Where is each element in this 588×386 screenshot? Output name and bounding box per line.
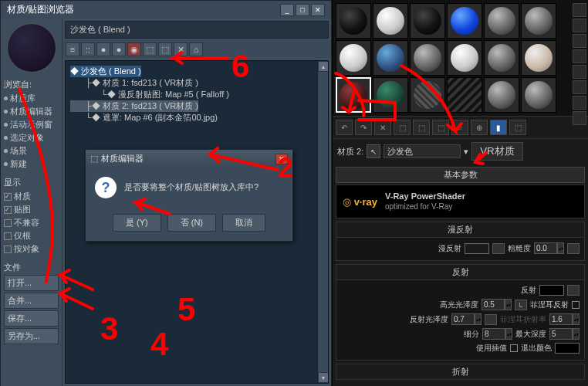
toolbar-btn[interactable]: ⌂ bbox=[189, 42, 203, 56]
editor-tool-btn[interactable]: ⬚ bbox=[394, 120, 411, 135]
material-name-input[interactable] bbox=[384, 144, 461, 158]
editor-tool-btn[interactable]: ↷ bbox=[355, 120, 372, 135]
browser-title-bar[interactable]: 材质/贴图浏览器 _ □ ✕ bbox=[1, 1, 331, 19]
material-swatch[interactable] bbox=[521, 3, 556, 39]
subdiv-input[interactable] bbox=[482, 328, 505, 340]
toolbar-btn[interactable]: ≡ bbox=[66, 42, 79, 56]
material-swatch[interactable] bbox=[410, 40, 445, 76]
map-slot-button[interactable] bbox=[485, 314, 497, 325]
browse-option[interactable]: 场景 bbox=[4, 144, 59, 157]
side-tool-btn[interactable] bbox=[573, 34, 586, 48]
max-depth-input[interactable] bbox=[549, 328, 573, 340]
cancel-button[interactable]: 取消 bbox=[222, 214, 265, 232]
material-preview-sphere bbox=[7, 23, 56, 73]
display-option[interactable]: 按对象 bbox=[4, 242, 59, 256]
scroll-up-button[interactable]: ▴ bbox=[318, 61, 329, 72]
side-tool-btn[interactable] bbox=[573, 19, 586, 32]
diffuse-color-swatch[interactable] bbox=[465, 243, 489, 254]
side-tool-btn[interactable] bbox=[573, 80, 586, 94]
side-tool-btn[interactable] bbox=[573, 65, 586, 79]
roughness-input[interactable] bbox=[534, 242, 557, 254]
display-option[interactable]: 材质 bbox=[4, 190, 59, 203]
yes-button[interactable]: 是 (Y) bbox=[113, 214, 161, 232]
tree-item[interactable]: ├◆ 材质 1: fsd213 ( VR材质 ) bbox=[70, 77, 323, 89]
editor-tool-btn[interactable]: ▮ bbox=[490, 120, 507, 135]
side-tool-btn[interactable] bbox=[573, 49, 586, 63]
rollout-basic-params[interactable]: 基本参数 bbox=[336, 167, 585, 183]
editor-tool-btn[interactable]: ⬚ bbox=[413, 120, 430, 135]
save-as-button[interactable]: 另存为... bbox=[4, 328, 59, 344]
hilight-gloss-input[interactable] bbox=[482, 299, 505, 310]
editor-tool-btn[interactable]: ○ bbox=[451, 120, 468, 135]
map-slot-button[interactable] bbox=[492, 243, 505, 254]
display-option[interactable]: 不兼容 bbox=[4, 216, 59, 229]
browse-option[interactable]: 活动示例窗 bbox=[4, 118, 59, 131]
eyedropper-icon[interactable]: ↖ bbox=[367, 144, 380, 158]
reflect-gloss-input[interactable] bbox=[451, 313, 475, 325]
material-swatch[interactable] bbox=[336, 3, 371, 39]
toolbar-btn[interactable]: ● bbox=[96, 42, 110, 56]
open-button[interactable]: 打开... bbox=[4, 275, 59, 291]
material-swatch[interactable] bbox=[373, 40, 408, 76]
material-swatch[interactable] bbox=[484, 3, 519, 39]
merge-button[interactable]: 合并... bbox=[4, 293, 59, 309]
editor-tool-btn[interactable]: ✕ bbox=[374, 120, 391, 135]
minimize-button[interactable]: _ bbox=[280, 4, 294, 16]
browse-option[interactable]: 新建 bbox=[4, 157, 59, 171]
browse-option[interactable]: 选定对象 bbox=[4, 131, 59, 144]
map-slot-button[interactable] bbox=[567, 243, 580, 254]
exit-color-swatch[interactable] bbox=[555, 343, 580, 354]
material-swatch[interactable] bbox=[336, 40, 371, 76]
reflect-color-swatch[interactable] bbox=[539, 285, 564, 296]
browse-option[interactable]: 材质库 bbox=[4, 92, 59, 105]
material-swatch[interactable] bbox=[410, 3, 445, 39]
maximize-button[interactable]: □ bbox=[296, 4, 309, 16]
fresnel-checkbox[interactable] bbox=[572, 301, 580, 309]
side-tool-btn[interactable] bbox=[573, 3, 586, 17]
display-option[interactable]: 贴图 bbox=[4, 203, 59, 216]
side-tool-btn[interactable] bbox=[573, 111, 586, 125]
browse-option[interactable]: 材质编辑器 bbox=[4, 105, 59, 118]
save-button[interactable]: 保存... bbox=[4, 310, 59, 327]
material-swatch[interactable] bbox=[521, 77, 556, 113]
material-swatch[interactable] bbox=[373, 3, 408, 39]
l-button[interactable]: L bbox=[515, 300, 527, 310]
vertical-scrollbar[interactable]: ▴ ▾ bbox=[317, 61, 328, 383]
toolbar-btn[interactable]: ✕ bbox=[174, 42, 188, 56]
material-swatch[interactable] bbox=[447, 40, 482, 76]
interp-checkbox[interactable] bbox=[510, 344, 518, 352]
no-button[interactable]: 否 (N) bbox=[167, 214, 216, 232]
editor-tool-btn[interactable]: ↶ bbox=[336, 120, 353, 135]
tree-item[interactable]: └◆ 遮罩: Map #6 (副本金箔00.jpg) bbox=[70, 112, 323, 124]
display-option[interactable]: 仅根 bbox=[4, 229, 59, 242]
editor-tool-btn[interactable]: ⊕ bbox=[471, 120, 488, 135]
dropdown-icon[interactable]: ▾ bbox=[464, 147, 468, 157]
material-swatch[interactable] bbox=[410, 77, 445, 113]
dialog-close-button[interactable]: ✕ bbox=[275, 154, 288, 164]
toolbar-btn[interactable]: ⬚ bbox=[158, 42, 172, 56]
close-button[interactable]: ✕ bbox=[311, 4, 325, 16]
toolbar-btn[interactable]: ⬚ bbox=[143, 42, 157, 56]
material-swatch[interactable] bbox=[447, 77, 482, 113]
material-swatch[interactable] bbox=[447, 3, 482, 39]
material-type-button[interactable]: VR材质 bbox=[471, 142, 523, 161]
material-swatch[interactable] bbox=[521, 40, 556, 76]
material-swatch[interactable] bbox=[484, 40, 519, 76]
material-swatch-selected[interactable] bbox=[336, 77, 371, 113]
map-slot-button[interactable] bbox=[567, 285, 580, 296]
material-swatch[interactable] bbox=[373, 77, 408, 113]
toolbar-btn[interactable]: ● bbox=[112, 42, 126, 56]
tree-item[interactable]: └◆ 漫反射贴图: Map #5 ( Falloff ) bbox=[70, 89, 323, 100]
toolbar-btn[interactable]: :: bbox=[81, 42, 95, 56]
tree-item[interactable]: ├◆ 材质 2: fsd213 ( VR材质 ) bbox=[70, 100, 198, 112]
reflect-group: 反射 反射 高光光泽度 ▴▾ L 菲涅耳反射 反射光泽度 ▴▾ 菲涅耳折射率 ▴… bbox=[336, 264, 585, 361]
editor-tool-btn[interactable]: ⬚ bbox=[509, 120, 526, 135]
toolbar-btn[interactable]: ◉ bbox=[127, 42, 141, 56]
editor-tool-btn[interactable]: ⬚ bbox=[432, 120, 449, 135]
side-tool-btn[interactable] bbox=[573, 96, 586, 110]
dialog-icon: ⬚ bbox=[90, 154, 98, 164]
tree-root[interactable]: ◆ 沙发色 ( Blend ) bbox=[70, 66, 141, 77]
material-swatch[interactable] bbox=[484, 77, 519, 113]
scroll-down-button[interactable]: ▾ bbox=[318, 372, 329, 383]
dialog-title-bar[interactable]: ⬚材质编辑器 ✕ bbox=[86, 150, 292, 168]
